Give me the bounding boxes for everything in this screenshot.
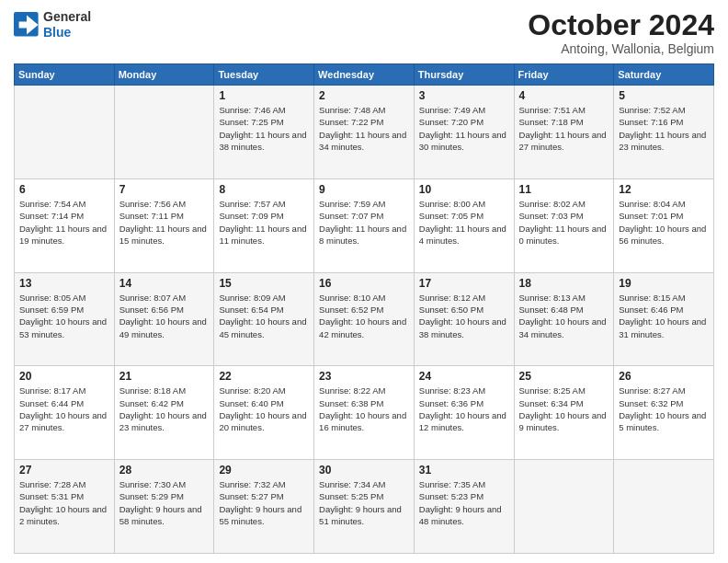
calendar-cell	[614, 460, 714, 554]
day-info: Sunrise: 8:23 AMSunset: 6:36 PMDaylight:…	[419, 385, 509, 433]
calendar-cell: 28Sunrise: 7:30 AMSunset: 5:29 PMDayligh…	[114, 460, 214, 554]
day-info: Sunrise: 8:09 AMSunset: 6:54 PMDaylight:…	[219, 292, 309, 340]
day-info: Sunrise: 7:32 AMSunset: 5:27 PMDaylight:…	[219, 478, 309, 527]
calendar-cell: 18Sunrise: 8:13 AMSunset: 6:48 PMDayligh…	[514, 272, 614, 366]
calendar-cell: 29Sunrise: 7:32 AMSunset: 5:27 PMDayligh…	[214, 460, 314, 554]
day-number: 20	[19, 370, 109, 383]
calendar-cell: 2Sunrise: 7:48 AMSunset: 7:22 PMDaylight…	[314, 86, 415, 179]
day-info: Sunrise: 7:56 AMSunset: 7:11 PMDaylight:…	[119, 198, 210, 247]
calendar-cell: 15Sunrise: 8:09 AMSunset: 6:54 PMDayligh…	[214, 272, 314, 366]
calendar-cell: 11Sunrise: 8:02 AMSunset: 7:03 PMDayligh…	[514, 178, 614, 272]
day-info: Sunrise: 8:04 AMSunset: 7:01 PMDaylight:…	[619, 198, 709, 247]
calendar-cell	[514, 460, 614, 554]
calendar-cell: 24Sunrise: 8:23 AMSunset: 6:36 PMDayligh…	[414, 366, 514, 460]
weekday-sunday: Sunday	[15, 64, 115, 86]
weekday-thursday: Thursday	[414, 64, 514, 86]
day-info: Sunrise: 7:59 AMSunset: 7:07 PMDaylight:…	[319, 198, 409, 247]
page-header: General Blue October 2024 Antoing, Wallo…	[14, 9, 714, 56]
calendar-cell: 8Sunrise: 7:57 AMSunset: 7:09 PMDaylight…	[214, 178, 314, 272]
day-number: 18	[519, 277, 609, 290]
day-number: 22	[219, 370, 309, 383]
weekday-friday: Friday	[514, 64, 614, 86]
day-number: 11	[519, 183, 609, 196]
subtitle: Antoing, Wallonia, Belgium	[528, 41, 714, 56]
calendar-cell: 6Sunrise: 7:54 AMSunset: 7:14 PMDaylight…	[15, 178, 115, 272]
weekday-header: SundayMondayTuesdayWednesdayThursdayFrid…	[15, 64, 714, 86]
day-number: 7	[119, 183, 210, 196]
day-number: 4	[519, 89, 609, 102]
week-row-2: 13Sunrise: 8:05 AMSunset: 6:59 PMDayligh…	[15, 272, 714, 366]
calendar-cell: 22Sunrise: 8:20 AMSunset: 6:40 PMDayligh…	[214, 366, 314, 460]
week-row-3: 20Sunrise: 8:17 AMSunset: 6:44 PMDayligh…	[15, 366, 714, 460]
day-info: Sunrise: 8:27 AMSunset: 6:32 PMDaylight:…	[619, 385, 709, 433]
day-number: 30	[319, 464, 409, 477]
day-info: Sunrise: 7:49 AMSunset: 7:20 PMDaylight:…	[419, 104, 509, 153]
day-info: Sunrise: 7:52 AMSunset: 7:16 PMDaylight:…	[619, 104, 709, 153]
day-number: 19	[619, 277, 709, 290]
calendar-cell: 23Sunrise: 8:22 AMSunset: 6:38 PMDayligh…	[314, 366, 415, 460]
day-number: 10	[419, 183, 509, 196]
calendar-cell	[15, 86, 115, 179]
day-info: Sunrise: 7:54 AMSunset: 7:14 PMDaylight:…	[19, 198, 109, 247]
calendar-cell: 17Sunrise: 8:12 AMSunset: 6:50 PMDayligh…	[414, 272, 514, 366]
day-number: 13	[19, 277, 109, 290]
day-info: Sunrise: 8:07 AMSunset: 6:56 PMDaylight:…	[119, 292, 210, 340]
day-number: 28	[119, 464, 210, 477]
week-row-1: 6Sunrise: 7:54 AMSunset: 7:14 PMDaylight…	[15, 178, 714, 272]
calendar-cell: 14Sunrise: 8:07 AMSunset: 6:56 PMDayligh…	[114, 272, 214, 366]
calendar-cell: 9Sunrise: 7:59 AMSunset: 7:07 PMDaylight…	[314, 178, 415, 272]
weekday-saturday: Saturday	[614, 64, 714, 86]
day-info: Sunrise: 8:12 AMSunset: 6:50 PMDaylight:…	[419, 292, 509, 340]
day-number: 12	[619, 183, 709, 196]
day-info: Sunrise: 8:02 AMSunset: 7:03 PMDaylight:…	[519, 198, 609, 247]
calendar-cell: 19Sunrise: 8:15 AMSunset: 6:46 PMDayligh…	[614, 272, 714, 366]
calendar-cell: 13Sunrise: 8:05 AMSunset: 6:59 PMDayligh…	[15, 272, 115, 366]
day-number: 24	[419, 370, 509, 383]
day-number: 27	[19, 464, 109, 477]
day-info: Sunrise: 7:34 AMSunset: 5:25 PMDaylight:…	[319, 478, 409, 527]
day-number: 26	[619, 370, 709, 383]
day-number: 14	[119, 277, 210, 290]
calendar: SundayMondayTuesdayWednesdayThursdayFrid…	[14, 63, 714, 554]
day-info: Sunrise: 8:00 AMSunset: 7:05 PMDaylight:…	[419, 198, 509, 247]
month-title: October 2024	[528, 9, 714, 41]
day-number: 25	[519, 370, 609, 383]
day-info: Sunrise: 7:57 AMSunset: 7:09 PMDaylight:…	[219, 198, 309, 247]
day-info: Sunrise: 7:28 AMSunset: 5:31 PMDaylight:…	[19, 478, 109, 527]
calendar-cell: 1Sunrise: 7:46 AMSunset: 7:25 PMDaylight…	[214, 86, 314, 179]
logo-text: General Blue	[43, 9, 91, 40]
calendar-cell: 26Sunrise: 8:27 AMSunset: 6:32 PMDayligh…	[614, 366, 714, 460]
day-info: Sunrise: 8:25 AMSunset: 6:34 PMDaylight:…	[519, 385, 609, 433]
day-number: 23	[319, 370, 409, 383]
logo: General Blue	[14, 9, 91, 40]
day-info: Sunrise: 7:30 AMSunset: 5:29 PMDaylight:…	[119, 478, 210, 527]
title-block: October 2024 Antoing, Wallonia, Belgium	[528, 9, 714, 56]
weekday-tuesday: Tuesday	[214, 64, 314, 86]
day-number: 5	[619, 89, 709, 102]
calendar-cell: 16Sunrise: 8:10 AMSunset: 6:52 PMDayligh…	[314, 272, 415, 366]
calendar-cell: 31Sunrise: 7:35 AMSunset: 5:23 PMDayligh…	[414, 460, 514, 554]
week-row-0: 1Sunrise: 7:46 AMSunset: 7:25 PMDaylight…	[15, 86, 714, 179]
logo-icon	[14, 12, 40, 38]
calendar-cell: 20Sunrise: 8:17 AMSunset: 6:44 PMDayligh…	[15, 366, 115, 460]
day-info: Sunrise: 8:18 AMSunset: 6:42 PMDaylight:…	[119, 385, 210, 433]
day-info: Sunrise: 8:15 AMSunset: 6:46 PMDaylight:…	[619, 292, 709, 340]
day-info: Sunrise: 7:51 AMSunset: 7:18 PMDaylight:…	[519, 104, 609, 153]
day-number: 29	[219, 464, 309, 477]
day-number: 21	[119, 370, 210, 383]
day-info: Sunrise: 8:22 AMSunset: 6:38 PMDaylight:…	[319, 385, 409, 433]
calendar-cell: 3Sunrise: 7:49 AMSunset: 7:20 PMDaylight…	[414, 86, 514, 179]
weekday-monday: Monday	[114, 64, 214, 86]
day-info: Sunrise: 7:48 AMSunset: 7:22 PMDaylight:…	[319, 104, 409, 153]
day-info: Sunrise: 8:17 AMSunset: 6:44 PMDaylight:…	[19, 385, 109, 433]
day-info: Sunrise: 8:05 AMSunset: 6:59 PMDaylight:…	[19, 292, 109, 340]
day-number: 16	[319, 277, 409, 290]
calendar-cell: 30Sunrise: 7:34 AMSunset: 5:25 PMDayligh…	[314, 460, 415, 554]
day-number: 17	[419, 277, 509, 290]
day-info: Sunrise: 7:46 AMSunset: 7:25 PMDaylight:…	[219, 104, 309, 153]
calendar-cell: 10Sunrise: 8:00 AMSunset: 7:05 PMDayligh…	[414, 178, 514, 272]
calendar-cell: 4Sunrise: 7:51 AMSunset: 7:18 PMDaylight…	[514, 86, 614, 179]
calendar-cell: 12Sunrise: 8:04 AMSunset: 7:01 PMDayligh…	[614, 178, 714, 272]
calendar-cell	[114, 86, 214, 179]
calendar-cell: 7Sunrise: 7:56 AMSunset: 7:11 PMDaylight…	[114, 178, 214, 272]
